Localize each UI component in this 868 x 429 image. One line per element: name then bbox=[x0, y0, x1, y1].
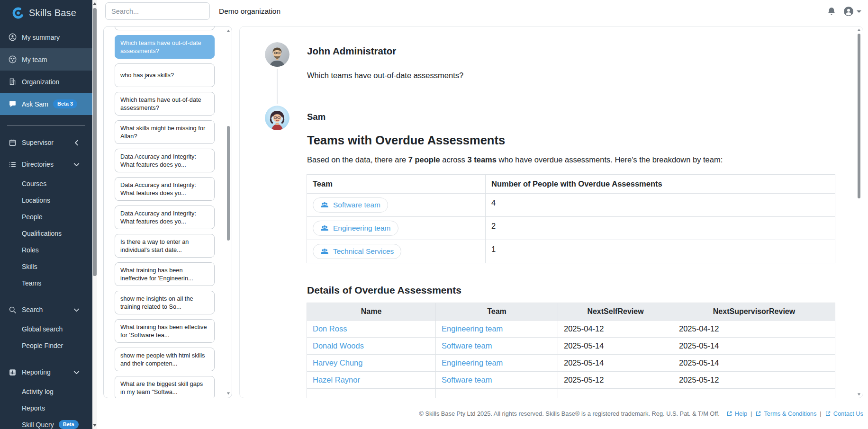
chevron-left-icon bbox=[72, 139, 81, 147]
table-row: Engineering team2 bbox=[307, 217, 835, 240]
footer-link-contact-us[interactable]: Contact Us bbox=[825, 410, 863, 417]
sidebar-item-locations[interactable]: Locations bbox=[0, 192, 92, 208]
team-link[interactable]: Technical Services bbox=[313, 244, 401, 259]
history-item[interactable]: What training has been effective for 'So… bbox=[115, 319, 215, 343]
team-link[interactable]: Software team bbox=[313, 197, 388, 213]
history-item-text: show me insights on all the training rel… bbox=[120, 295, 209, 311]
sidebar-item-courses[interactable]: Courses bbox=[0, 175, 92, 192]
sidebar-item-supervisor[interactable]: Supervisor bbox=[0, 132, 92, 153]
person-link[interactable]: Hazel Raynor bbox=[313, 375, 360, 384]
sidebar-item-label: Courses bbox=[22, 180, 46, 188]
history-item-text: Data Accuracy and Integrity: What featur… bbox=[120, 181, 209, 197]
conversation-scrollbar[interactable] bbox=[857, 28, 861, 396]
scroll-down-arrow[interactable] bbox=[858, 393, 860, 396]
history-item[interactable]: Data Accuracy and Integrity: What featur… bbox=[115, 149, 215, 172]
person-link[interactable]: Don Ross bbox=[313, 324, 347, 333]
empty-cell bbox=[436, 389, 558, 399]
sidebar-item-skills[interactable]: Skills bbox=[0, 258, 92, 275]
person-link[interactable]: Donald Woods bbox=[313, 341, 364, 350]
sidebar: Skills Base My summaryMy teamOrganizatio… bbox=[0, 0, 92, 429]
user-menu[interactable] bbox=[843, 6, 861, 17]
scroll-down-arrow[interactable] bbox=[93, 424, 97, 427]
sidebar-item-label: Activity log bbox=[22, 388, 54, 395]
search-icon bbox=[9, 306, 17, 314]
scroll-up-arrow[interactable] bbox=[93, 2, 97, 5]
empty-cell bbox=[673, 389, 835, 399]
history-item[interactable] bbox=[115, 26, 215, 30]
history-scrollbar[interactable] bbox=[226, 28, 230, 396]
sidebar-item-qualifications[interactable]: Qualifications bbox=[0, 225, 92, 241]
footer-link-separator: | bbox=[750, 410, 752, 417]
history-item[interactable]: Is there a way to enter an individual's … bbox=[115, 234, 215, 258]
sidebar-item-people-finder[interactable]: People Finder bbox=[0, 337, 92, 354]
history-item[interactable]: show me insights on all the training rel… bbox=[115, 291, 215, 314]
footer-link-terms-conditions[interactable]: Terms & Conditions bbox=[755, 410, 816, 417]
history-item[interactable]: Data Accuracy and Integrity: What featur… bbox=[115, 177, 215, 201]
sidebar-item-teams[interactable]: Teams bbox=[0, 275, 92, 291]
summary-text: across bbox=[440, 155, 468, 164]
person-link[interactable]: Harvey Chung bbox=[313, 358, 362, 367]
conversation-scrollbar-thumb[interactable] bbox=[858, 34, 860, 198]
date-cell: 2025-05-14 bbox=[558, 355, 673, 372]
team-cell: Software team bbox=[436, 338, 558, 355]
footer-link-help[interactable]: Help bbox=[726, 410, 747, 417]
page-scrollbar[interactable] bbox=[92, 0, 97, 429]
history-item[interactable]: Which teams have out-of-date assessments… bbox=[115, 92, 215, 116]
footer-links: Help|Terms & Conditions|Contact Us bbox=[726, 410, 863, 417]
scroll-up-arrow[interactable] bbox=[858, 29, 860, 31]
history-item[interactable]: show me people with html skills and thei… bbox=[115, 348, 215, 371]
overdue-by-team-table: Team Number of People with Overdue Asses… bbox=[307, 174, 835, 263]
sidebar-item-label: Teams bbox=[22, 279, 41, 287]
search-input[interactable] bbox=[105, 2, 210, 20]
user-message-author: John Administrator bbox=[307, 45, 396, 57]
sidebar-item-my-summary[interactable]: My summary bbox=[0, 26, 92, 48]
history-item[interactable]: What are the biggest skill gaps in my te… bbox=[115, 376, 215, 398]
sidebar-item-search[interactable]: Search bbox=[0, 299, 92, 321]
history-item[interactable]: What skills might be missing for Allan? bbox=[115, 120, 215, 144]
sidebar-item-skill-query[interactable]: Skill QueryBeta bbox=[0, 416, 92, 429]
scroll-up-arrow[interactable] bbox=[227, 30, 230, 32]
sidebar-item-ask-sam[interactable]: Ask SamBeta 3 bbox=[0, 93, 92, 115]
team-cell: Software team bbox=[307, 194, 486, 217]
date-cell: 2025-05-12 bbox=[673, 372, 835, 389]
sidebar-item-global-search[interactable]: Global search bbox=[0, 321, 92, 337]
team-link[interactable]: Engineering team bbox=[442, 324, 503, 333]
team-link[interactable]: Engineering team bbox=[313, 221, 398, 236]
team-link[interactable]: Engineering team bbox=[442, 358, 503, 367]
chevron-down-icon bbox=[72, 306, 81, 314]
sidebar-item-reports[interactable]: Reports bbox=[0, 400, 92, 416]
team-link[interactable]: Software team bbox=[442, 375, 492, 384]
sidebar-item-people[interactable]: People bbox=[0, 208, 92, 225]
sidebar-item-my-team[interactable]: My team bbox=[0, 48, 92, 71]
scroll-down-arrow[interactable] bbox=[227, 393, 230, 395]
date-cell: 2025-04-12 bbox=[558, 321, 673, 338]
history-item[interactable]: Data Accuracy and Integrity: What featur… bbox=[115, 206, 215, 229]
sidebar-item-organization[interactable]: Organization bbox=[0, 71, 92, 93]
sidebar-item-reporting[interactable]: Reporting bbox=[0, 361, 92, 383]
sidebar-item-activity-log[interactable]: Activity log bbox=[0, 383, 92, 400]
history-item[interactable]: Which teams have out-of-date assessments… bbox=[115, 35, 215, 59]
date-cell: 2025-05-14 bbox=[673, 355, 835, 372]
page-scrollbar-thumb[interactable] bbox=[93, 8, 97, 276]
history-scrollbar-thumb[interactable] bbox=[227, 126, 230, 241]
sidebar-item-label: Global search bbox=[22, 325, 63, 333]
chat-icon bbox=[9, 100, 17, 108]
team-cell: Engineering team bbox=[436, 321, 558, 338]
sidebar-item-directories[interactable]: Directories bbox=[0, 153, 92, 175]
sidebar-item-roles[interactable]: Roles bbox=[0, 241, 92, 258]
date-cell: 2025-04-12 bbox=[673, 321, 835, 338]
app-logo[interactable]: Skills Base bbox=[0, 0, 92, 26]
team-link[interactable]: Software team bbox=[442, 341, 492, 350]
history-item[interactable]: What training has been ineffective for '… bbox=[115, 262, 215, 286]
skillsbase-logo-icon bbox=[12, 7, 24, 19]
table-row-clipped bbox=[307, 389, 835, 399]
history-item-text: What are the biggest skill gaps in my te… bbox=[120, 380, 209, 396]
history-item[interactable]: who has java skills? bbox=[115, 63, 215, 87]
notifications-bell-icon[interactable] bbox=[827, 6, 836, 17]
sidebar-item-label: My team bbox=[22, 56, 47, 63]
sidebar-section-directories: DirectoriesCoursesLocationsPeopleQualifi… bbox=[0, 153, 92, 291]
team-cell: Engineering team bbox=[307, 217, 486, 240]
history-item-text: Which teams have out-of-date assessments… bbox=[120, 96, 209, 112]
message-timeline bbox=[277, 69, 278, 104]
date-cell: 2025-05-12 bbox=[558, 372, 673, 389]
